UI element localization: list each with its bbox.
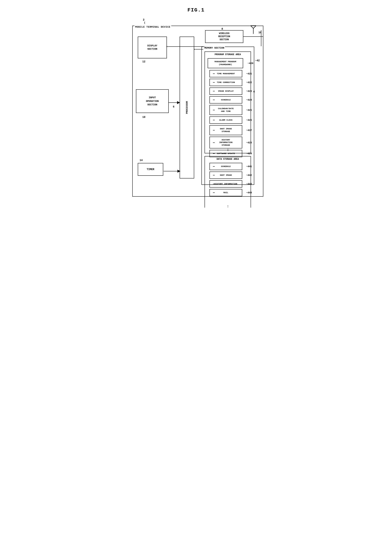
- svg-line-1: [251, 26, 253, 28]
- display-section-box: DISPLAY SECTION: [138, 37, 167, 58]
- time-correction-label: TIME CORRECTION: [217, 81, 235, 84]
- page: FIG.1 2 ❴ MOBILE TERMINAL DEVICE 16 DISP…: [125, 4, 267, 204]
- ref-420: ~420: [248, 62, 253, 65]
- ref-424: ~424: [246, 99, 252, 101]
- data-storage-label: DATA STORAGE AREA: [217, 158, 239, 160]
- timer-box: TIMER: [138, 163, 163, 176]
- wireless-reception-label: WIRELESS RECEPTIONSECTION: [215, 32, 234, 41]
- data-mail-label: MAIL: [224, 191, 228, 194]
- processor-box: PROCESSOR: [180, 37, 194, 178]
- schedule1-label: SCHEDULE: [221, 99, 231, 101]
- ref-426: ~426: [246, 119, 252, 121]
- management-program-label: MANAGEMENT PROGRAM(FRAMEWORK): [215, 60, 236, 66]
- timer-label: TIMER: [147, 168, 154, 171]
- schedule1-box: SCHEDULE ~424: [210, 96, 242, 103]
- ref-429: ~429: [246, 152, 252, 155]
- ref-441: ~441: [246, 165, 252, 168]
- line-antenna-vertical: [259, 30, 263, 46]
- data-history-label: HISTORY INFORMATION: [214, 183, 237, 185]
- ref-42: ~42: [255, 59, 260, 62]
- program-storage-ellipsis: ⋮: [226, 148, 229, 152]
- history-info-storage-label: HISTORYINFORMATIONSTORAGE: [219, 139, 233, 146]
- arrow-timer-processor: [163, 169, 181, 173]
- ref-6: 6: [173, 105, 174, 108]
- time-management-label: TIME MANAGEMENT: [217, 72, 235, 75]
- ref-14: 14: [140, 159, 143, 162]
- ref-4: 4: [253, 90, 255, 93]
- ref-443: ~443: [246, 183, 252, 185]
- time-management-box: TIME MANAGEMENT ~421: [210, 70, 242, 77]
- input-operation-box: INPUTOPERATIONSECTION: [136, 89, 169, 113]
- ref-442: ~442: [246, 174, 252, 177]
- data-shot-image-box: SHOT IMAGE ~442: [210, 171, 242, 179]
- alarm-clock-box: ALARM CLOCK ~426: [210, 116, 242, 124]
- data-storage-ellipsis: ⋮: [226, 205, 229, 208]
- data-mail-box: MAIL ~444: [210, 189, 242, 196]
- ref-423: ~423: [246, 90, 252, 93]
- mobile-terminal-label: MOBILE TERMINAL DEVICE: [135, 26, 171, 28]
- program-storage-label: PROGRAM STORAGE AREA: [215, 53, 241, 56]
- time-correction-box: TIME CORRECTION ~422: [210, 79, 242, 86]
- image-display-box: IMAGE DISPLAY ~423: [210, 88, 242, 95]
- ref-427: ~427: [246, 129, 252, 131]
- ref-425: ~425: [246, 109, 252, 111]
- ref-421: ~421: [246, 72, 252, 75]
- input-operation-label: INPUTOPERATIONSECTION: [146, 96, 159, 107]
- shot-image-storage-box: SHOT IMAGESTORAGE ~427: [210, 125, 242, 135]
- history-info-storage-box: HISTORYINFORMATIONSTORAGE ~428: [210, 137, 242, 148]
- management-program-box: MANAGEMENT PROGRAM(FRAMEWORK) ~420: [208, 58, 243, 68]
- data-schedule-box: SCHEDULE ~441: [210, 163, 242, 170]
- alarm-clock-label: ALARM CLOCK: [219, 119, 233, 121]
- diagram-area: 2 ❴ MOBILE TERMINAL DEVICE 16 DISPLAY SE…: [129, 18, 263, 200]
- data-schedule-label: SCHEDULE: [221, 165, 231, 168]
- arrow-input-processor: [169, 101, 181, 104]
- memory-section-label: MEMORY SECTION: [204, 46, 225, 49]
- display-section-label: DISPLAY SECTION: [145, 44, 159, 51]
- data-history-box: HISTORY INFORMATION ~443: [210, 180, 242, 188]
- ref-12: 12: [142, 60, 145, 63]
- figure-title: FIG.1: [129, 7, 263, 13]
- ref-2-bracket: ❴: [144, 21, 145, 24]
- image-display-label: IMAGE DISPLAY: [218, 90, 234, 93]
- ref-10: 10: [142, 116, 145, 119]
- data-shot-image-label: SHOT IMAGE: [220, 174, 232, 176]
- calendar-date-box: CALENDAR/DATEAND TIME ~425: [210, 105, 242, 115]
- program-storage-box: PROGRAM STORAGE AREA ~42 MANAGEMENT PROG…: [205, 51, 251, 153]
- calendar-date-label: CALENDAR/DATEAND TIME: [218, 107, 234, 113]
- ref-428: ~428: [246, 141, 252, 144]
- shot-image-storage-label: SHOT IMAGESTORAGE: [220, 128, 232, 133]
- ref-8: 8: [221, 28, 223, 30]
- ref-422: ~422: [246, 81, 252, 84]
- svg-line-2: [253, 26, 256, 28]
- processor-label: PROCESSOR: [186, 101, 188, 114]
- memory-section-box: MEMORY SECTION 4 PROGRAM STORAGE AREA ~4…: [201, 46, 254, 185]
- software-update-label: SOFTWARE UPDATE: [217, 152, 235, 155]
- antenna-icon: [250, 24, 257, 35]
- ref-444: ~444: [246, 191, 252, 194]
- data-storage-box: DATA STORAGE AREA ~44 SCHEDULE ~441 SHOT…: [205, 156, 251, 208]
- wireless-reception-box: WIRELESS RECEPTIONSECTION: [205, 30, 243, 43]
